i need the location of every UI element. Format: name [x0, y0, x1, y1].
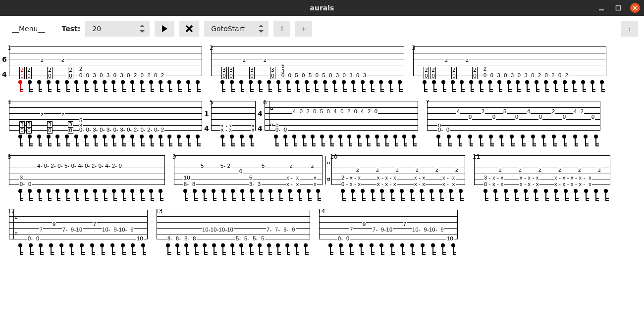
tab-notes[interactable]: x - x - x — [519, 182, 539, 187]
chord[interactable]: 30 — [26, 121, 32, 133]
tab-notes[interactable]: x - x — [286, 182, 300, 187]
tab-notes[interactable]: 5 — [261, 163, 265, 169]
measure[interactable]: 14977- 9-10710- 9-10- 90- 010 — [319, 210, 458, 255]
tab-notes[interactable]: 3- 3 — [249, 182, 262, 187]
plus-button[interactable]: + — [295, 21, 312, 37]
tab-notes[interactable]: 0- 0- 3- 0- 3- 0- 3- 0- 2- 0- 2- 0- 2 — [79, 127, 164, 133]
measure[interactable]: 12977- 9-10710- 9-10- 90- 010 — [9, 210, 148, 255]
tab-notes[interactable]: x - x - x — [376, 182, 397, 187]
tab-notes[interactable]: 4 — [527, 109, 531, 114]
play-button[interactable] — [155, 21, 174, 37]
tab-notes[interactable]: z — [289, 163, 293, 169]
tab-notes[interactable]: x - x — [286, 175, 300, 181]
tab-notes[interactable]: 7- 9-10 — [372, 227, 393, 232]
tab-notes[interactable]: 7 — [39, 227, 43, 232]
tab-notes[interactable]: 2 — [483, 66, 487, 72]
chord[interactable]: 30 — [270, 67, 275, 79]
chord[interactable]: 20 — [19, 67, 25, 79]
measure[interactable]: 230303030zz530- 0- 5- 0- 5- 0- 5- 0- 3- … — [211, 46, 404, 92]
tab-notes[interactable]: 0 — [562, 114, 566, 120]
measure[interactable]: 10zzzzzz2 - x - xx - x - xx - xx - x0 - … — [331, 155, 465, 201]
tab-notes[interactable]: 0 — [468, 114, 472, 120]
tab-notes[interactable]: x - x - x — [376, 175, 397, 181]
tab-notes[interactable]: 10 — [183, 175, 191, 181]
goto-select[interactable]: GotoStart — [204, 21, 268, 37]
tab-notes[interactable]: 4 — [456, 109, 460, 114]
tab-notes[interactable]: x - x — [442, 182, 456, 187]
minimize-button[interactable] — [596, 3, 606, 13]
tab-notes[interactable]: x - x — [414, 175, 426, 181]
tab-notes[interactable]: 0 - x - x — [483, 182, 504, 187]
measure[interactable]: 514x - xxx - xx — [211, 101, 256, 146]
tab-notes[interactable]: x - x - x - x - x — [554, 175, 592, 181]
bang-button[interactable]: ! — [273, 21, 290, 37]
tab-notes[interactable]: 8- 8 — [183, 182, 196, 187]
tab-notes[interactable]: 0- 0 — [27, 236, 40, 241]
measure[interactable]: 16420202020zz20- 0- 3- 0- 3- 0- 3- 0- 2-… — [9, 46, 202, 92]
chord[interactable]: 30 — [228, 67, 234, 79]
measure[interactable]: 7425424- 200000000- 0 — [427, 101, 600, 146]
cancel-button[interactable] — [179, 21, 199, 37]
tab-notes[interactable]: 2 — [551, 109, 555, 114]
tab-notes[interactable]: 3 — [19, 175, 23, 181]
chord[interactable]: 20 — [430, 67, 436, 79]
tab-notes[interactable]: 10- 9-10- 9 — [102, 227, 134, 232]
tab-notes[interactable]: x — [313, 182, 317, 187]
measure[interactable]: 84- 0- 2- 0- 5- 0- 4- 0- 2- 0- 4- 2- 030… — [9, 155, 165, 201]
tab-notes[interactable]: 8- 8- 8- 8 — [167, 236, 197, 241]
measure[interactable]: 1310-10-10-107- 7- 9- 98- 8- 8- 85- 5- 5… — [157, 210, 310, 255]
tablature-sheet[interactable]: 16420202020zz20- 0- 3- 0- 3- 0- 3- 0- 2-… — [0, 42, 644, 255]
close-button[interactable] — [630, 3, 640, 13]
tab-notes[interactable]: 5- 5- 5- 5 — [235, 236, 265, 241]
tab-notes[interactable]: x - x — [442, 175, 456, 181]
tab-notes[interactable]: 0 — [492, 114, 496, 120]
tab-notes[interactable]: 0 — [591, 114, 595, 120]
tab-notes[interactable]: 7 — [349, 227, 353, 232]
chord[interactable]: 20 — [451, 67, 457, 79]
tab-notes[interactable]: 5 — [249, 175, 253, 181]
tab-notes[interactable]: z — [311, 163, 315, 169]
chord[interactable]: 30 — [47, 121, 53, 133]
tab-notes[interactable]: 4- 0- 2- 0- 5- 0- 4- 0- 2- 0- 4- 2- 0 — [37, 163, 122, 169]
measure[interactable]: 320202020zz20- 0- 3- 0- 3- 0- 3- 0- 2- 0… — [413, 46, 606, 92]
tab-notes[interactable]: 0- 0- 3- 0- 3- 0- 3- 0- 2- 0- 2- 0- 2 — [483, 73, 569, 78]
chord[interactable]: 20 — [472, 67, 478, 79]
tab-notes[interactable]: 0- 0 — [19, 182, 32, 187]
tab-notes[interactable]: 4- 0- 2- 0- 5- 0- 4- 0- 2- 0- 4- 2- 0 — [292, 109, 378, 114]
tab-notes[interactable]: 0 — [239, 169, 243, 174]
menu-button[interactable]: __Menu__ — [6, 21, 51, 37]
tab-notes[interactable]: 10 — [136, 236, 144, 241]
tab-notes[interactable]: x — [313, 175, 317, 181]
tab-notes[interactable]: 2 — [481, 109, 485, 114]
tab-notes[interactable]: x - x - x - x - x — [554, 182, 592, 187]
tab-notes[interactable]: 7 — [93, 222, 97, 227]
tab-notes[interactable]: 7- 9-10 — [62, 227, 83, 232]
chord[interactable]: 30 — [68, 121, 73, 133]
tab-notes[interactable]: 3 - x - x — [483, 175, 504, 181]
chord[interactable]: 20 — [26, 67, 32, 79]
tab-notes[interactable]: 10-10-10-10 — [202, 227, 234, 232]
maximize-button[interactable] — [613, 3, 623, 13]
measure[interactable]: 955- 2501058- 83- 3zzx - xxx - xx — [174, 155, 322, 201]
tab-notes[interactable]: 0 — [538, 114, 542, 120]
chord[interactable]: 20 — [47, 67, 53, 79]
tab-notes[interactable]: 0- 0 — [275, 127, 288, 133]
tab-notes[interactable]: 5 — [503, 109, 507, 114]
chord[interactable]: 30 — [19, 121, 25, 133]
tab-notes[interactable]: x - x - x — [519, 175, 539, 181]
tab-notes[interactable]: 0 — [515, 114, 519, 120]
tab-notes[interactable]: 5- 2 — [220, 163, 231, 169]
tab-notes[interactable]: 0- 0- 3- 0- 3- 0- 3- 0- 2- 0- 2- 0- 2 — [79, 73, 164, 78]
tab-notes[interactable]: 2 — [79, 66, 83, 72]
tab-notes[interactable]: 0- 0 — [337, 236, 350, 241]
tab-notes[interactable]: x - x — [414, 182, 426, 187]
tab-notes[interactable]: 9 — [362, 222, 366, 227]
tab-notes[interactable]: 2 - x - x — [341, 175, 361, 181]
tab-notes[interactable]: x - x — [220, 127, 232, 133]
overflow-button[interactable]: : — [621, 21, 638, 37]
chord[interactable]: 20 — [68, 67, 73, 79]
tab-notes[interactable]: 7- 7- 9- 9 — [266, 227, 296, 232]
tab-notes[interactable]: 0 - x - x — [341, 182, 361, 187]
tab-notes[interactable]: 0- 0- 5- 0- 5- 0- 5- 0- 3- 0- 3- 0- 3 — [281, 73, 367, 78]
tab-notes[interactable]: 5 — [200, 163, 204, 169]
